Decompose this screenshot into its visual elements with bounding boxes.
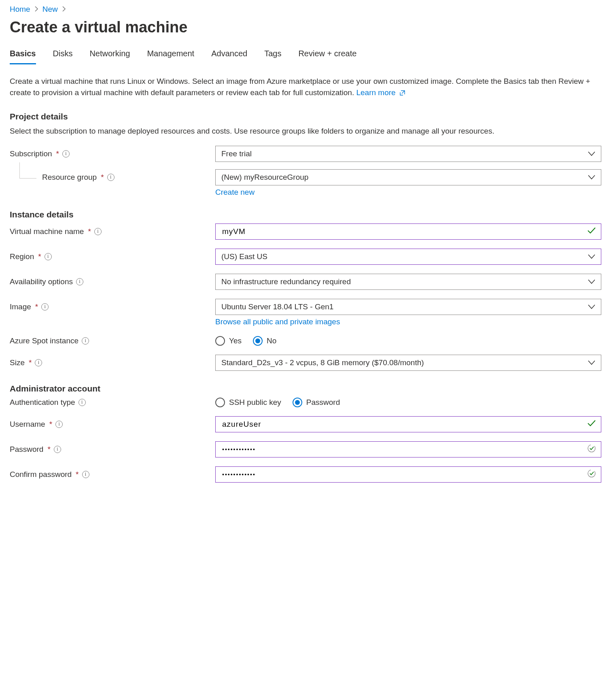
breadcrumb-new[interactable]: New: [42, 5, 58, 14]
tab-management[interactable]: Management: [147, 47, 194, 64]
chevron-down-icon: [588, 302, 595, 311]
auth-ssh-radio[interactable]: SSH public key: [215, 398, 281, 407]
page-title: Create a virtual machine: [10, 19, 601, 36]
section-project-desc: Select the subscription to manage deploy…: [10, 126, 601, 137]
info-icon[interactable]: i: [41, 303, 49, 311]
spot-radio-group: Yes No: [215, 336, 601, 346]
subscription-select[interactable]: Free trial: [215, 146, 601, 162]
chevron-right-icon: [62, 5, 66, 14]
chevron-right-icon: [34, 5, 38, 14]
chevron-down-icon: [588, 149, 595, 158]
browse-images-link[interactable]: Browse all public and private images: [215, 317, 340, 326]
tab-review-create[interactable]: Review + create: [298, 47, 356, 64]
tab-advanced[interactable]: Advanced: [211, 47, 247, 64]
label-spot-instance: Azure Spot instance i: [10, 336, 215, 345]
spot-no-radio[interactable]: No: [253, 336, 276, 346]
label-resource-group: Resource group* i: [10, 173, 215, 182]
tab-basics[interactable]: Basics: [10, 47, 36, 64]
section-instance-details: Instance details: [10, 210, 601, 219]
label-size: Size* i: [10, 358, 215, 367]
auth-password-radio[interactable]: Password: [293, 398, 340, 407]
intro-text: Create a virtual machine that runs Linux…: [10, 76, 601, 99]
label-region: Region* i: [10, 252, 215, 261]
label-image: Image* i: [10, 302, 215, 311]
label-vm-name: Virtual machine name* i: [10, 227, 215, 236]
info-icon[interactable]: i: [76, 278, 83, 285]
checkmark-icon: [587, 227, 596, 236]
info-icon[interactable]: i: [35, 359, 42, 366]
tab-networking[interactable]: Networking: [89, 47, 130, 64]
password-input[interactable]: [215, 441, 601, 457]
tab-tags[interactable]: Tags: [264, 47, 281, 64]
checkmark-icon: [587, 419, 596, 429]
label-password: Password* i: [10, 445, 215, 454]
info-icon[interactable]: i: [55, 421, 63, 428]
chevron-down-icon: [588, 173, 595, 182]
chevron-down-icon: [588, 252, 595, 261]
create-new-link[interactable]: Create new: [215, 188, 255, 196]
external-link-icon: [399, 88, 405, 99]
info-icon[interactable]: i: [62, 150, 70, 157]
spot-yes-radio[interactable]: Yes: [215, 336, 242, 346]
auth-radio-group: SSH public key Password: [215, 398, 601, 407]
region-select[interactable]: (US) East US: [215, 249, 601, 265]
info-icon[interactable]: i: [107, 174, 115, 181]
section-admin-account: Administrator account: [10, 384, 601, 394]
breadcrumb: Home New: [10, 5, 601, 14]
info-icon[interactable]: i: [54, 446, 61, 453]
chevron-down-icon: [588, 358, 595, 367]
svg-point-1: [588, 470, 595, 477]
confirm-password-input[interactable]: [215, 466, 601, 483]
breadcrumb-home[interactable]: Home: [10, 5, 30, 14]
section-project-details: Project details: [10, 112, 601, 121]
label-auth-type: Authentication type i: [10, 398, 215, 407]
info-icon[interactable]: i: [78, 399, 86, 406]
info-icon[interactable]: i: [82, 337, 89, 345]
tabs: Basics Disks Networking Management Advan…: [10, 47, 601, 64]
label-subscription: Subscription* i: [10, 149, 215, 158]
info-icon[interactable]: i: [82, 471, 89, 478]
resource-group-select[interactable]: (New) myResourceGroup: [215, 169, 601, 185]
label-confirm-password: Confirm password* i: [10, 470, 215, 479]
validation-ring-icon: [587, 469, 596, 480]
svg-point-0: [588, 445, 595, 452]
tab-disks[interactable]: Disks: [53, 47, 73, 64]
username-input[interactable]: [215, 416, 601, 432]
vm-name-input[interactable]: [215, 223, 601, 240]
size-select[interactable]: Standard_D2s_v3 - 2 vcpus, 8 GiB memory …: [215, 355, 601, 371]
image-select[interactable]: Ubuntu Server 18.04 LTS - Gen1: [215, 299, 601, 315]
info-icon[interactable]: i: [45, 253, 52, 260]
label-username: Username* i: [10, 420, 215, 429]
info-icon[interactable]: i: [94, 228, 102, 235]
learn-more-link[interactable]: Learn more: [356, 88, 405, 97]
chevron-down-icon: [588, 277, 595, 286]
availability-select[interactable]: No infrastructure redundancy required: [215, 274, 601, 290]
label-availability: Availability options i: [10, 277, 215, 286]
validation-ring-icon: [587, 444, 596, 455]
